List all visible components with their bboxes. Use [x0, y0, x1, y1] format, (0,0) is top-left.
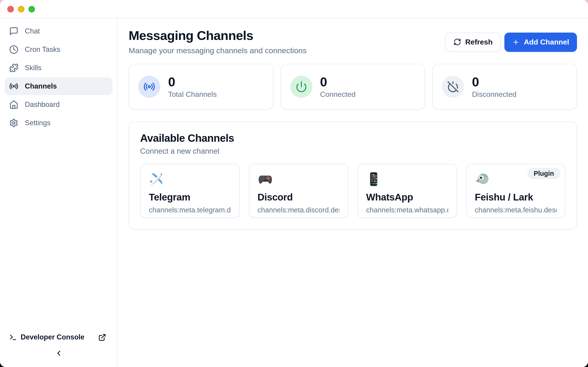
broadcast-icon — [9, 82, 18, 91]
section-subtitle: Connect a new channel — [140, 147, 565, 156]
channel-description: channels:meta.telegram.descript — [149, 206, 231, 214]
channel-description: channels:meta.feishu.description — [475, 206, 557, 214]
page-header: Messaging Channels Manage your messaging… — [129, 28, 577, 56]
power-icon — [295, 81, 307, 93]
stat-card-connected: 0 Connected — [280, 64, 425, 110]
channel-name: Telegram — [149, 192, 231, 203]
titlebar — [0, 0, 588, 18]
sidebar-item-label: Chat — [25, 27, 40, 35]
zoom-window-button[interactable] — [28, 6, 35, 12]
channel-name: Feishu / Lark — [475, 192, 557, 203]
power-off-icon — [447, 81, 459, 93]
sidebar: Chat Cron Tasks Skills Channels Dashboar… — [0, 18, 118, 367]
external-link-icon — [98, 333, 106, 341]
screen: Chat Cron Tasks Skills Channels Dashboar… — [0, 0, 588, 367]
channel-description: channels:meta.whatsapp.descrip — [366, 206, 448, 214]
broadcast-icon — [143, 81, 155, 93]
page-header-titles: Messaging Channels Manage your messaging… — [129, 28, 307, 56]
open-developer-console-button[interactable] — [97, 332, 107, 342]
sidebar-item-label: Channels — [25, 82, 57, 90]
stat-icon-badge — [442, 76, 464, 98]
page-subtitle: Manage your messaging channels and conne… — [129, 46, 307, 56]
sidebar-item-channels[interactable]: Channels — [5, 77, 112, 95]
refresh-button-label: Refresh — [465, 38, 493, 46]
sidebar-item-label: Cron Tasks — [25, 45, 61, 54]
developer-console-row[interactable]: Developer Console — [0, 327, 117, 342]
puzzle-icon — [9, 63, 18, 73]
stat-texts: 0 Connected — [320, 75, 355, 98]
sidebar-item-settings[interactable]: Settings — [5, 114, 112, 132]
sidebar-footer: Developer Console — [0, 327, 117, 367]
stat-value: 0 — [168, 75, 217, 89]
sidebar-item-dashboard[interactable]: Dashboard — [5, 96, 112, 113]
channel-card-telegram[interactable]: Telegram channels:meta.telegram.descript — [140, 164, 240, 218]
header-actions: Refresh Add Channel — [445, 32, 577, 52]
developer-console-label: Developer Console — [21, 333, 93, 341]
channel-description: channels:meta.discord.descriptic — [258, 206, 339, 214]
home-icon — [9, 100, 18, 109]
sidebar-item-label: Dashboard — [25, 100, 60, 109]
channel-card-whatsapp[interactable]: WhatsApp channels:meta.whatsapp.descrip — [357, 164, 457, 218]
sidebar-collapse-row — [0, 342, 117, 364]
stat-card-total-channels: 0 Total Channels — [129, 64, 273, 110]
stat-icon-badge — [138, 76, 160, 98]
stat-value: 0 — [320, 75, 355, 89]
terminal-icon — [9, 333, 17, 341]
close-window-button[interactable] — [7, 6, 14, 12]
stats-row: 0 Total Channels 0 Connected — [129, 64, 577, 110]
page-title: Messaging Channels — [129, 28, 307, 43]
available-channels-section: Available Channels Connect a new channel — [129, 122, 577, 229]
channel-card-discord[interactable]: Discord channels:meta.discord.descriptic — [249, 164, 348, 218]
collapse-sidebar-button[interactable] — [52, 346, 65, 360]
stat-icon-badge — [290, 76, 312, 98]
app-window: Chat Cron Tasks Skills Channels Dashboar… — [0, 0, 588, 367]
game-controller-emoji-icon — [258, 172, 273, 187]
refresh-button[interactable]: Refresh — [445, 32, 501, 52]
stat-texts: 0 Disconnected — [472, 75, 517, 98]
stat-value: 0 — [472, 75, 517, 89]
add-channel-button-label: Add Channel — [524, 38, 569, 46]
refresh-icon — [453, 38, 461, 46]
stat-card-disconnected: 0 Disconnected — [432, 64, 577, 110]
stat-label: Total Channels — [168, 90, 217, 98]
mobile-phone-emoji-icon — [366, 172, 381, 187]
plugin-badge: Plugin — [527, 168, 561, 179]
app-body: Chat Cron Tasks Skills Channels Dashboar… — [0, 18, 588, 367]
stat-label: Connected — [320, 90, 355, 98]
bird-emoji-icon — [475, 172, 490, 187]
clock-icon — [9, 45, 18, 54]
gear-icon — [9, 118, 18, 127]
minimize-window-button[interactable] — [18, 6, 24, 12]
sidebar-item-skills[interactable]: Skills — [5, 59, 112, 77]
plus-icon — [512, 38, 520, 46]
sidebar-item-label: Settings — [25, 119, 51, 127]
stat-label: Disconnected — [472, 90, 517, 98]
sidebar-item-chat[interactable]: Chat — [5, 23, 112, 40]
add-channel-button[interactable]: Add Channel — [505, 32, 577, 52]
airplane-emoji-icon — [149, 172, 164, 187]
main-content: Messaging Channels Manage your messaging… — [118, 18, 588, 367]
channel-card-feishu[interactable]: Plugin Feishu / Lark ch — [466, 164, 565, 218]
stat-texts: 0 Total Channels — [168, 75, 217, 98]
sidebar-item-cron-tasks[interactable]: Cron Tasks — [5, 41, 112, 58]
section-title: Available Channels — [140, 132, 565, 144]
chat-bubble-icon — [9, 27, 18, 36]
channel-grid: Telegram channels:meta.telegram.descript — [140, 164, 565, 218]
chevron-left-icon — [54, 349, 63, 357]
channel-name: Discord — [258, 192, 339, 203]
sidebar-item-label: Skills — [25, 64, 41, 72]
channel-name: WhatsApp — [366, 192, 448, 203]
